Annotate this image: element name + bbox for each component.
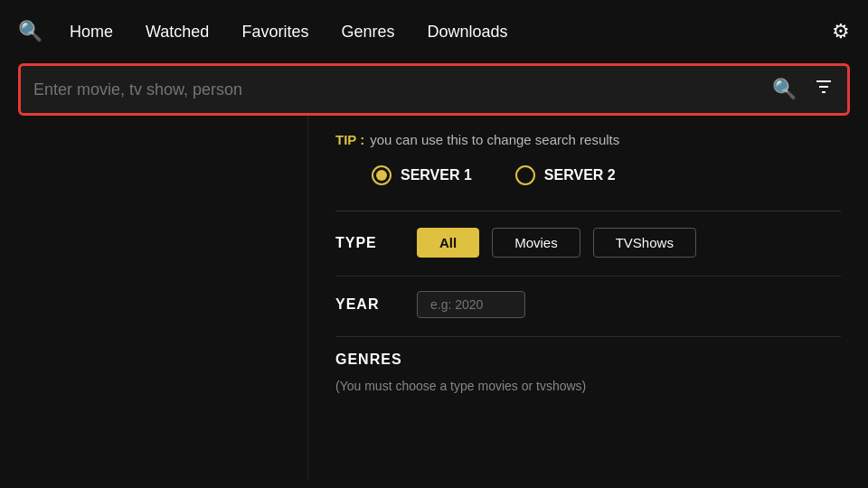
type-all-button[interactable]: All <box>417 228 479 258</box>
server-2-option[interactable]: SERVER 2 <box>515 165 616 185</box>
type-row: TYPE All Movies TVShows <box>335 228 841 258</box>
tip-row: TIP : you can use this to change search … <box>335 132 841 147</box>
year-row: YEAR <box>335 291 841 318</box>
server-2-radio[interactable] <box>515 165 535 185</box>
server-1-label: SERVER 1 <box>401 167 472 183</box>
type-label: TYPE <box>335 235 417 251</box>
navbar: 🔍 Home Watched Favorites Genres Download… <box>0 0 868 63</box>
year-label: YEAR <box>335 296 417 313</box>
type-buttons: All Movies TVShows <box>417 228 696 258</box>
server-2-label: SERVER 2 <box>544 167 616 183</box>
filter-button[interactable] <box>813 76 835 103</box>
divider-1 <box>335 211 841 211</box>
nav-link-home[interactable]: Home <box>70 23 113 42</box>
divider-2 <box>335 276 841 277</box>
tip-label: TIP : <box>335 132 364 147</box>
gear-icon[interactable]: ⚙ <box>832 20 850 43</box>
year-input[interactable] <box>417 291 525 318</box>
nav-link-favorites[interactable]: Favorites <box>241 23 308 42</box>
divider-3 <box>335 336 841 337</box>
genres-label: GENRES <box>335 352 417 368</box>
type-movies-button[interactable]: Movies <box>492 228 580 258</box>
search-bar: 🔍 <box>18 63 850 116</box>
content-area: TIP : you can use this to change search … <box>0 116 868 479</box>
search-input[interactable] <box>33 80 772 99</box>
tip-text: you can use this to change search result… <box>370 132 619 147</box>
search-submit-button[interactable]: 🔍 <box>772 78 797 101</box>
server-1-option[interactable]: SERVER 1 <box>372 165 472 185</box>
nav-link-genres[interactable]: Genres <box>341 23 394 42</box>
server-1-radio[interactable] <box>372 165 392 185</box>
nav-search-icon[interactable]: 🔍 <box>18 20 42 43</box>
filter-panel: TIP : you can use this to change search … <box>307 116 868 479</box>
type-tvshows-button[interactable]: TVShows <box>593 228 696 258</box>
genres-row: GENRES (You must choose a type movies or… <box>335 352 841 393</box>
nav-link-watched[interactable]: Watched <box>146 23 209 42</box>
sidebar <box>0 116 307 479</box>
server-row: SERVER 1 SERVER 2 <box>335 165 841 185</box>
nav-links: Home Watched Favorites Genres Downloads <box>70 23 832 42</box>
genres-note: (You must choose a type movies or tvshow… <box>335 379 586 393</box>
nav-link-downloads[interactable]: Downloads <box>427 23 507 42</box>
